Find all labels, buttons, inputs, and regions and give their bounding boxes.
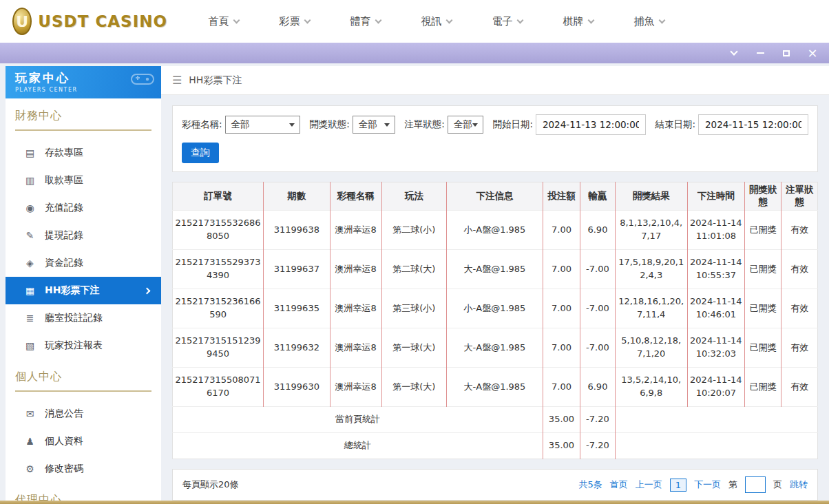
- column-header: 下注時間: [687, 182, 744, 211]
- jump-page-input[interactable]: [745, 476, 766, 493]
- table-cell: 有效: [781, 211, 818, 250]
- lottery-name-select[interactable]: 全部: [225, 116, 300, 134]
- table-row: 215217315151239945031199632澳洲幸运8第一球(大)大-…: [173, 328, 818, 368]
- window-expand-button[interactable]: [728, 48, 739, 59]
- table-cell: 8,1,13,2,10,4,7,17: [615, 211, 687, 250]
- sidebar-item-label: 廳室投註記錄: [45, 312, 103, 324]
- nav-item[interactable]: 彩票: [259, 0, 330, 43]
- sidebar-item-label: 修改密碼: [45, 463, 83, 475]
- page-title: HH彩票下注: [189, 74, 242, 87]
- first-page-link[interactable]: 首页: [610, 479, 628, 491]
- sidebar-item-label: 玩家投注報表: [45, 339, 103, 352]
- sidebar: 玩家中心 PLAYERS CENTER 財務中心▤存款專區▥取款專區◉充值記錄✎…: [6, 66, 161, 501]
- nav-item[interactable]: 棋牌: [543, 0, 613, 43]
- summary-row: 當前頁統計35.00-7.20: [173, 407, 818, 433]
- order-status-select[interactable]: 全部: [448, 116, 483, 134]
- table-header-row: 訂單號期數彩種名稱玩法下注信息投注額輸贏開獎結果下注時間開獎狀態注單狀態: [173, 182, 818, 211]
- table-cell: 小-A盤@1.985: [447, 211, 543, 250]
- announcement-icon: ✉: [24, 408, 36, 419]
- recharge-record-icon: ◉: [24, 202, 36, 213]
- breadcrumb: ☰ HH彩票下注: [161, 66, 829, 95]
- main-nav: 首頁彩票體育視訊電子棋牌捕魚: [188, 0, 684, 43]
- pagination-bar: 每頁顯示20條 共5条 首页 上一页 1 下一页 第 页 跳转: [172, 469, 818, 501]
- jump-prefix-label: 第: [728, 479, 737, 491]
- sidebar-item[interactable]: ✎提現記錄: [6, 222, 161, 249]
- table-cell: 7.00: [543, 289, 580, 328]
- sidebar-subtitle: PLAYERS CENTER: [15, 87, 151, 93]
- draw-status-select[interactable]: 全部: [353, 116, 395, 134]
- table-cell: 有效: [781, 250, 818, 289]
- column-header: 輸贏: [580, 182, 616, 211]
- window-minimize-button[interactable]: [755, 48, 766, 59]
- sidebar-item[interactable]: ▧玩家投注報表: [6, 332, 161, 359]
- sidebar-item[interactable]: ≣廳室投註記錄: [6, 304, 161, 332]
- table-row: 21521731523616659031199635澳洲幸运8第三球(小)小-A…: [173, 289, 818, 328]
- table-cell: 31199637: [264, 250, 330, 289]
- bet-records-table: 訂單號期數彩種名稱玩法下注信息投注額輸贏開獎結果下注時間開獎狀態注單狀態 215…: [172, 182, 818, 459]
- start-date-label: 開始日期:: [492, 118, 533, 131]
- sidebar-item-label: 個人資料: [45, 435, 83, 448]
- sidebar-item[interactable]: ▤存款專區: [6, 139, 161, 167]
- chevron-down-icon: [233, 17, 240, 23]
- sidebar-section-title: 財務中心: [15, 109, 151, 131]
- table-cell: 7.00: [543, 328, 580, 368]
- table-cell: 6.90: [580, 211, 616, 250]
- column-header: 訂單號: [173, 182, 264, 211]
- table-cell: 大-A盤@1.985: [447, 328, 543, 368]
- jump-button[interactable]: 跳转: [790, 479, 808, 491]
- current-page-badge[interactable]: 1: [670, 479, 686, 492]
- table-cell: 31199638: [264, 211, 330, 250]
- table-cell: 6.90: [580, 368, 616, 407]
- nav-item[interactable]: 體育: [330, 0, 401, 43]
- start-date-input[interactable]: [536, 114, 646, 135]
- sidebar-item[interactable]: ◈資金記錄: [6, 249, 161, 277]
- table-cell: 小-A盤@1.985: [447, 289, 543, 328]
- sidebar-header: 玩家中心 PLAYERS CENTER: [6, 66, 161, 98]
- sidebar-item[interactable]: ▦HH彩票下注: [6, 277, 161, 304]
- window-title-bar: ×: [0, 43, 829, 63]
- prev-page-link[interactable]: 上一页: [636, 479, 662, 491]
- nav-item-label: 視訊: [421, 15, 442, 28]
- chevron-down-icon: [375, 17, 381, 23]
- sidebar-item[interactable]: ✉消息公告: [6, 400, 161, 428]
- logo: U USDT CASINO: [12, 8, 167, 35]
- sidebar-item[interactable]: ⚙修改密碼: [6, 455, 161, 483]
- next-page-link[interactable]: 下一页: [694, 479, 721, 491]
- table-cell: 有效: [781, 368, 818, 407]
- sidebar-item-label: 取款專區: [45, 174, 83, 187]
- table-cell: 澳洲幸运8: [330, 211, 381, 250]
- nav-item[interactable]: 捕魚: [613, 0, 684, 43]
- maximize-icon: [783, 50, 790, 56]
- table-cell: 第二球(大): [381, 250, 447, 289]
- column-header: 彩種名稱: [330, 182, 381, 211]
- window-close-button[interactable]: ×: [807, 48, 818, 59]
- chevron-right-icon: [144, 287, 151, 294]
- hamburger-icon[interactable]: ☰: [172, 74, 182, 87]
- table-cell: 2152173155326868050: [173, 211, 264, 250]
- nav-item[interactable]: 視訊: [401, 0, 472, 43]
- table-cell: 已開獎: [745, 250, 781, 289]
- end-date-input[interactable]: [698, 114, 808, 135]
- table-cell: 7.00: [543, 250, 580, 289]
- column-header: 注單狀態: [781, 182, 818, 211]
- nav-item-label: 捕魚: [634, 15, 655, 28]
- draw-status-label: 開獎狀態:: [309, 118, 350, 131]
- window-maximize-button[interactable]: [781, 48, 792, 59]
- search-button[interactable]: 查詢: [182, 143, 219, 163]
- logo-text: USDT CASINO: [38, 12, 167, 30]
- body-area: 玩家中心 PLAYERS CENTER 財務中心▤存款專區▥取款專區◉充值記錄✎…: [0, 63, 829, 501]
- chevron-down-icon: [304, 17, 311, 23]
- table-cell: 2152173155080716170: [173, 368, 264, 407]
- sidebar-item[interactable]: ◉充值記錄: [6, 194, 161, 222]
- sidebar-sections: 財務中心▤存款專區▥取款專區◉充值記錄✎提現記錄◈資金記錄▦HH彩票下注≣廳室投…: [6, 109, 161, 501]
- table-row: 215217315508071617031199630澳洲幸运8第一球(大)大-…: [173, 368, 818, 407]
- filter-panel: 彩種名稱: 全部 開獎狀態: 全部 注單狀態: 全部: [172, 105, 818, 172]
- sidebar-item[interactable]: ♟個人資料: [6, 428, 161, 455]
- minimize-icon: [757, 52, 764, 54]
- sidebar-item[interactable]: ▥取款專區: [6, 167, 161, 194]
- column-header: 投注額: [543, 182, 580, 211]
- nav-item[interactable]: 電子: [472, 0, 543, 43]
- table-cell: -7.00: [580, 289, 616, 328]
- nav-item[interactable]: 首頁: [188, 0, 259, 43]
- sidebar-item-label: 提現記錄: [45, 229, 83, 242]
